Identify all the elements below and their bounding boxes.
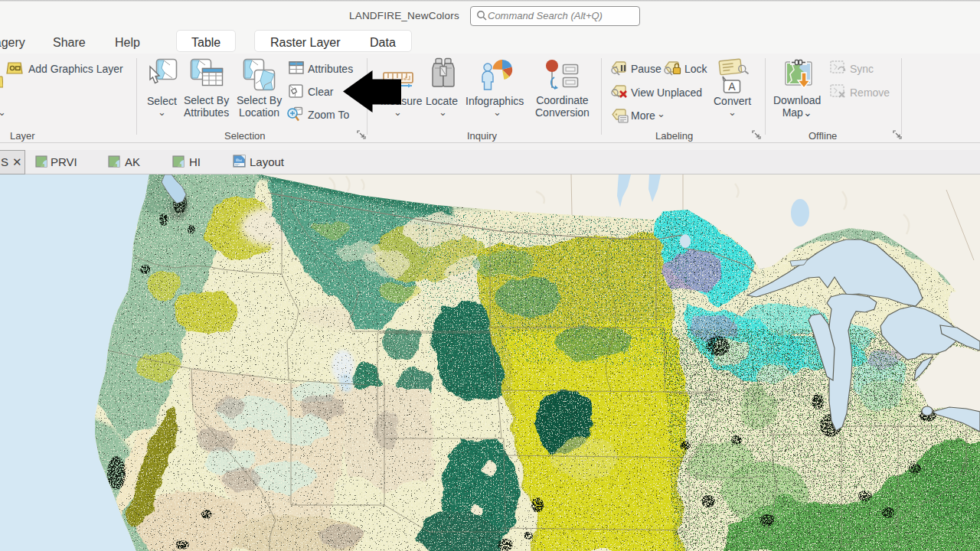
svg-text:A: A bbox=[728, 80, 736, 93]
